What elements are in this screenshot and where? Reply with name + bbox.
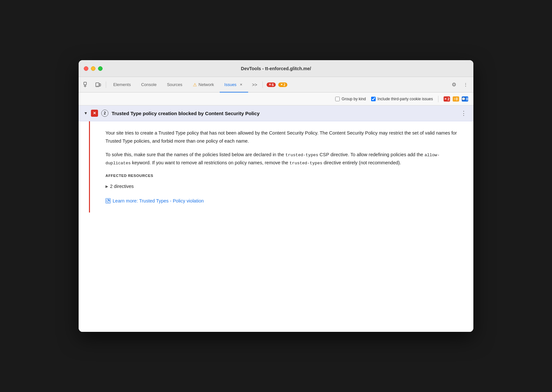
issue-expand-arrow[interactable]: ▼ [84, 111, 88, 115]
issues-tab-close-icon[interactable]: ✕ [238, 82, 244, 87]
error-icon-small: ✕ [269, 83, 271, 86]
warning-count-sm-badge: ! 0 [453, 96, 459, 102]
tab-sources[interactable]: Sources [162, 77, 187, 93]
group-by-kind-label[interactable]: Group by kind [335, 97, 366, 101]
more-options-button[interactable]: ⋮ [460, 80, 471, 90]
warning-count-badge: ✕ 2 [278, 82, 287, 87]
issue-count-circle: 2 [101, 110, 108, 117]
error-sm-icon: ✕ [444, 97, 447, 101]
svg-rect-0 [84, 82, 86, 85]
directives-label: 2 directives [110, 182, 134, 191]
info-sm-icon: 💬 [462, 97, 465, 101]
tab-console[interactable]: Console [137, 77, 161, 93]
toolbar-divider-1 [106, 82, 106, 88]
code-trusted-types-2: trusted-types [290, 161, 322, 166]
svg-rect-4 [99, 84, 101, 86]
traffic-lights [84, 66, 103, 71]
issue-body: Your site tries to create a Trusted Type… [89, 121, 473, 212]
inspect-icon [83, 82, 89, 88]
issues-count-row: ✕ 2 ! 0 💬 0 [444, 96, 468, 102]
titlebar: DevTools - tt-enforced.glitch.me/ [79, 60, 473, 77]
minimize-button[interactable] [91, 66, 95, 71]
issues-toolbar: Group by kind Include third-party cookie… [79, 93, 473, 105]
more-tabs-button[interactable]: >> [249, 80, 260, 90]
svg-line-7 [107, 200, 109, 201]
group-by-kind-checkbox[interactable] [335, 97, 340, 101]
error-count-item: ✕ 2 [444, 96, 450, 102]
issues-content-area: ▼ ✕ 2 Trusted Type policy creation block… [79, 105, 473, 332]
info-count-item: 💬 0 [462, 96, 468, 102]
warning-icon-small: ✕ [280, 83, 283, 86]
issue-more-button[interactable]: ⋮ [459, 109, 468, 118]
maximize-button[interactable] [98, 66, 103, 71]
devtools-toolbar: Elements Console Sources ⚠ Network Issue… [79, 77, 473, 93]
warning-sm-icon: ! [454, 97, 455, 101]
inspect-element-button[interactable] [81, 80, 92, 90]
window-title: DevTools - tt-enforced.glitch.me/ [241, 66, 311, 71]
more-options-icon: ⋮ [463, 82, 468, 87]
include-third-party-label[interactable]: Include third-party cookie issues [371, 97, 433, 101]
settings-button[interactable]: ⚙ [449, 80, 459, 90]
error-count-badge: ✕ 6 [267, 82, 276, 87]
device-mode-button[interactable] [93, 80, 103, 90]
learn-more-link[interactable]: Learn more: Trusted Types - Policy viola… [105, 197, 463, 205]
error-x-icon: ✕ [93, 111, 96, 115]
issue-error-badge: ✕ [91, 110, 98, 117]
issue-header[interactable]: ▼ ✕ 2 Trusted Type policy creation block… [79, 105, 473, 121]
info-count-sm-badge: 💬 0 [462, 96, 468, 102]
warning-count-item: ! 0 [453, 96, 459, 102]
tab-network[interactable]: ⚠ Network [188, 77, 219, 93]
device-mode-icon [95, 82, 101, 88]
affected-resources-label: AFFECTED RESOURCES [105, 173, 463, 179]
issues-toolbar-divider [438, 96, 438, 102]
close-button[interactable] [84, 66, 88, 71]
devtools-window: DevTools - tt-enforced.glitch.me/ Elemen… [79, 60, 473, 332]
issue-description-1: Your site tries to create a Trusted Type… [105, 129, 463, 145]
issue-description-2: To solve this, make sure that the names … [105, 151, 463, 167]
gear-icon: ⚙ [452, 82, 456, 88]
code-trusted-types-1: trusted-types [285, 153, 318, 158]
tab-elements[interactable]: Elements [109, 77, 135, 93]
directives-arrow-icon: ▶ [105, 183, 108, 190]
toolbar-divider-2 [262, 82, 263, 88]
issue-title: Trusted Type policy creation blocked by … [112, 111, 456, 116]
error-count-sm-badge: ✕ 2 [444, 96, 450, 102]
include-third-party-checkbox[interactable] [371, 97, 376, 101]
network-warning-icon: ⚠ [193, 82, 197, 87]
tab-issues[interactable]: Issues ✕ [220, 77, 248, 93]
directives-row[interactable]: ▶ 2 directives [105, 182, 463, 191]
external-link-icon [105, 198, 111, 203]
